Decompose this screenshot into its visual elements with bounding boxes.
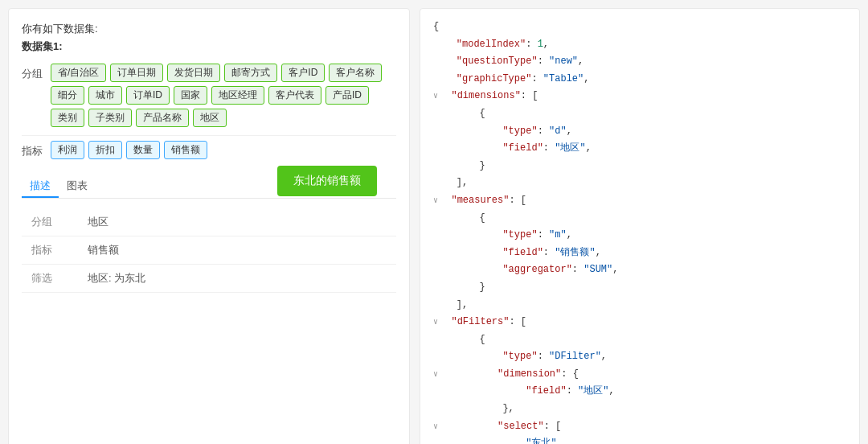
desc-row-label: 筛选 — [22, 265, 78, 293]
json-line: "type": "d", — [433, 123, 846, 141]
group-tag[interactable]: 客户代表 — [268, 86, 321, 105]
json-line: "graphicType": "Table", — [433, 71, 846, 88]
metric-tags: 利润折扣数量销售额 — [51, 141, 396, 159]
desc-row-label: 分组 — [22, 208, 78, 236]
main-container: 你有如下数据集: 数据集1: 分组 省/自治区订单日期发货日期邮寄方式客户ID客… — [8, 8, 860, 444]
tab-chart[interactable]: 图表 — [59, 175, 96, 198]
json-line: ∨ "dFilters": [ — [433, 314, 846, 331]
json-line: ∨ "dimension": { — [433, 366, 846, 384]
collapse-icon[interactable]: ∨ — [433, 315, 438, 330]
json-line: "type": "m", — [433, 227, 846, 245]
group-tag[interactable]: 产品ID — [326, 86, 369, 105]
json-line: ∨ "dimensions": [ — [433, 88, 846, 105]
json-line: { — [433, 18, 846, 36]
left-panel: 你有如下数据集: 数据集1: 分组 省/自治区订单日期发货日期邮寄方式客户ID客… — [8, 8, 410, 444]
group-tag[interactable]: 客户ID — [281, 64, 325, 82]
group-tag[interactable]: 城市 — [88, 86, 122, 105]
group-tag[interactable]: 订单ID — [126, 86, 170, 105]
group-tag[interactable]: 细分 — [51, 86, 84, 105]
json-line: "type": "DFilter", — [433, 348, 846, 366]
result-button[interactable]: 东北的销售额 — [277, 166, 377, 196]
right-panel: { "modelIndex": 1, "questionType": "new"… — [420, 8, 860, 444]
desc-table-row: 筛选地区: 为东北 — [22, 265, 396, 293]
desc-table-row: 指标销售额 — [22, 236, 396, 265]
group-section: 分组 省/自治区订单日期发货日期邮寄方式客户ID客户名称细分城市订单ID国家地区… — [22, 64, 396, 127]
tab-desc[interactable]: 描述 — [22, 175, 59, 198]
desc-row-label: 指标 — [22, 236, 78, 265]
json-line: ∨ "select": [ — [433, 418, 846, 436]
dataset-header: 你有如下数据集: — [22, 22, 396, 36]
content-row: 你有如下数据集: 数据集1: 分组 省/自治区订单日期发货日期邮寄方式客户ID客… — [8, 8, 860, 444]
group-tags: 省/自治区订单日期发货日期邮寄方式客户ID客户名称细分城市订单ID国家地区经理客… — [51, 64, 396, 127]
group-label: 分组 — [22, 64, 51, 81]
metric-section: 指标 利润折扣数量销售额 — [22, 141, 396, 159]
group-tag[interactable]: 省/自治区 — [51, 64, 106, 82]
collapse-icon[interactable]: ∨ — [433, 368, 438, 382]
group-tag[interactable]: 子类别 — [88, 109, 132, 127]
collapse-icon[interactable]: ∨ — [433, 194, 438, 208]
json-line: } — [433, 279, 846, 297]
json-line: "field": "地区", — [433, 383, 846, 401]
json-line: { — [433, 210, 846, 228]
group-tag[interactable]: 订单日期 — [110, 64, 163, 82]
group-tag[interactable]: 产品名称 — [136, 109, 189, 127]
group-tag[interactable]: 发货日期 — [167, 64, 220, 82]
json-line: "modelIndex": 1, — [433, 36, 846, 54]
metric-tag[interactable]: 折扣 — [88, 141, 122, 159]
json-line: "questionType": "new", — [433, 53, 846, 71]
json-line: { — [433, 331, 846, 349]
desc-row-value: 销售额 — [78, 236, 396, 265]
json-line: "东北" — [433, 435, 846, 444]
metric-tag[interactable]: 利润 — [51, 141, 84, 159]
json-line: ∨ "measures": [ — [433, 192, 846, 210]
collapse-icon[interactable]: ∨ — [433, 89, 438, 104]
metric-tag[interactable]: 数量 — [126, 141, 160, 159]
json-line: ], — [433, 297, 846, 314]
metric-label: 指标 — [22, 141, 51, 158]
desc-table: 分组地区指标销售额筛选地区: 为东北 — [22, 208, 396, 293]
dataset-name: 数据集1: — [22, 39, 396, 54]
json-line: "aggregator": "SUM", — [433, 261, 846, 279]
group-tag[interactable]: 国家 — [174, 86, 207, 105]
group-tag[interactable]: 邮寄方式 — [224, 64, 277, 82]
group-tag[interactable]: 客户名称 — [329, 64, 382, 82]
group-tag[interactable]: 类别 — [51, 109, 84, 127]
metric-tag[interactable]: 销售额 — [164, 141, 207, 159]
json-line: "field": "销售额", — [433, 245, 846, 262]
json-line: { — [433, 105, 846, 123]
json-line: "field": "地区", — [433, 140, 846, 158]
collapse-icon[interactable]: ∨ — [433, 420, 438, 434]
json-line: ], — [433, 175, 846, 192]
desc-row-value: 地区: 为东北 — [78, 265, 396, 293]
desc-table-row: 分组地区 — [22, 208, 396, 236]
group-tag[interactable]: 地区经理 — [211, 86, 264, 105]
desc-row-value: 地区 — [78, 208, 396, 236]
json-line: }, — [433, 401, 846, 418]
json-line: } — [433, 158, 846, 175]
group-tag[interactable]: 地区 — [193, 109, 227, 127]
